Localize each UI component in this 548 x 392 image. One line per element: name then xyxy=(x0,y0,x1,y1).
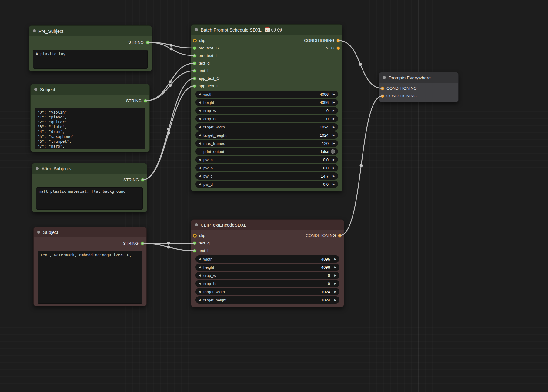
decrement-arrow-icon[interactable]: ◀ xyxy=(199,257,203,261)
widget-width[interactable]: ◀ width 4096 ▶ xyxy=(195,255,339,263)
conditioning-port-dot[interactable] xyxy=(337,39,340,42)
decrement-arrow-icon[interactable]: ◀ xyxy=(199,93,203,96)
node-after-subjects[interactable]: After_Subjects STRING matt plastic mater… xyxy=(32,163,147,212)
widget-target-width[interactable]: ◀ target_width 1024 ▶ xyxy=(195,288,339,295)
decrement-arrow-icon[interactable]: ◀ xyxy=(199,298,203,301)
decrement-arrow-icon[interactable]: ◀ xyxy=(199,166,203,169)
decrement-arrow-icon[interactable]: ◀ xyxy=(199,134,203,137)
increment-arrow-icon[interactable]: ▶ xyxy=(330,125,335,128)
decrement-arrow-icon[interactable]: ◀ xyxy=(199,117,203,120)
increment-arrow-icon[interactable]: ▶ xyxy=(330,93,335,96)
widget-crop-h[interactable]: ◀ crop_h 0 ▶ xyxy=(195,115,338,122)
collapse-dot-icon[interactable] xyxy=(195,223,198,226)
increment-arrow-icon[interactable]: ▶ xyxy=(332,274,336,277)
decrement-arrow-icon[interactable]: ◀ xyxy=(199,125,203,128)
node-title-bar[interactable]: Subject xyxy=(31,84,149,95)
node-title-bar[interactable]: Batch Prompt Schedule SDXL 17 F N xyxy=(191,25,342,35)
neg-port-dot[interactable] xyxy=(337,47,340,50)
string-port-dot[interactable] xyxy=(193,249,196,252)
decrement-arrow-icon[interactable]: ◀ xyxy=(199,183,203,186)
node-title-bar[interactable]: Subject xyxy=(34,227,146,237)
string-port-dot[interactable] xyxy=(144,99,147,102)
collapse-dot-icon[interactable] xyxy=(37,231,40,234)
widget-height[interactable]: ◀ height 4096 ▶ xyxy=(195,264,339,271)
string-port-dot[interactable] xyxy=(193,69,196,72)
input-port-text-l: text_l xyxy=(191,247,344,254)
increment-arrow-icon[interactable]: ▶ xyxy=(330,109,335,112)
node-negative-subject[interactable]: Subject STRING text, watermark, embeddin… xyxy=(33,227,147,306)
widget-max-frames[interactable]: ◀ max_frames 120 ▶ xyxy=(195,140,338,147)
node-subject-list[interactable]: Subject STRING "0": "violin", "1": "pian… xyxy=(30,84,150,152)
increment-arrow-icon[interactable]: ▶ xyxy=(330,117,335,120)
conditioning-port-dot[interactable] xyxy=(381,95,384,98)
increment-arrow-icon[interactable]: ▶ xyxy=(330,183,335,186)
increment-arrow-icon[interactable]: ▶ xyxy=(330,134,335,137)
widget-value: 0 xyxy=(326,117,330,121)
text-widget[interactable]: "0": "violin", "1": "piano", "2": "guita… xyxy=(35,108,145,149)
decrement-arrow-icon[interactable]: ◀ xyxy=(199,266,203,269)
widget-crop-w[interactable]: ◀ crop_w 0 ▶ xyxy=(195,107,338,114)
decrement-arrow-icon[interactable]: ◀ xyxy=(199,158,203,161)
node-title-bar[interactable]: After_Subjects xyxy=(32,163,147,174)
string-port-dot[interactable] xyxy=(193,242,196,245)
increment-arrow-icon[interactable]: ▶ xyxy=(332,298,336,301)
increment-arrow-icon[interactable]: ▶ xyxy=(332,257,336,261)
increment-arrow-icon[interactable]: ▶ xyxy=(330,166,335,169)
collapse-dot-icon[interactable] xyxy=(36,167,39,170)
node-clip-text-encode-sdxl[interactable]: CLIPTextEncodeSDXL clip text_g text_l CO… xyxy=(191,219,344,307)
string-port-dot[interactable] xyxy=(141,242,144,245)
text-widget[interactable]: text, watermark, embedding:negativeXL_D, xyxy=(38,251,142,304)
string-port-dot[interactable] xyxy=(193,62,196,65)
toggle-knob[interactable] xyxy=(331,149,335,154)
widget-target-height[interactable]: ◀ target_height 1024 ▶ xyxy=(195,296,339,304)
widget-print-output[interactable]: print_output false xyxy=(195,148,338,155)
increment-arrow-icon[interactable]: ▶ xyxy=(332,290,336,293)
collapse-dot-icon[interactable] xyxy=(195,28,198,31)
increment-arrow-icon[interactable]: ▶ xyxy=(330,142,335,145)
conditioning-port-dot[interactable] xyxy=(338,234,341,237)
string-port-dot[interactable] xyxy=(146,41,149,44)
collapse-dot-icon[interactable] xyxy=(34,88,37,91)
string-port-dot[interactable] xyxy=(141,178,144,181)
decrement-arrow-icon[interactable]: ◀ xyxy=(199,142,203,145)
increment-arrow-icon[interactable]: ▶ xyxy=(332,266,336,269)
node-prompts-everywhere[interactable]: Prompts Everywhere CONDITIONING CONDITIO… xyxy=(379,72,459,102)
increment-arrow-icon[interactable]: ▶ xyxy=(330,174,335,178)
increment-arrow-icon[interactable]: ▶ xyxy=(330,158,335,161)
string-port-dot[interactable] xyxy=(193,85,196,88)
decrement-arrow-icon[interactable]: ◀ xyxy=(199,282,203,285)
decrement-arrow-icon[interactable]: ◀ xyxy=(199,274,203,277)
decrement-arrow-icon[interactable]: ◀ xyxy=(199,290,203,293)
decrement-arrow-icon[interactable]: ◀ xyxy=(199,109,203,112)
widget-height[interactable]: ◀ height 4096 ▶ xyxy=(195,99,338,106)
node-batch-prompt-schedule[interactable]: Batch Prompt Schedule SDXL 17 F N clip p… xyxy=(191,24,343,191)
increment-arrow-icon[interactable]: ▶ xyxy=(330,101,335,104)
widget-label: width xyxy=(203,257,212,261)
widget-pw-b[interactable]: ◀ pw_b 0.0 ▶ xyxy=(195,164,338,171)
conditioning-port-dot[interactable] xyxy=(381,87,384,90)
string-port-dot[interactable] xyxy=(193,54,196,57)
widget-target-height[interactable]: ◀ target_height 1024 ▶ xyxy=(195,131,338,139)
node-title: CLIPTextEncodeSDXL xyxy=(201,222,246,228)
widget-crop-w[interactable]: ◀ crop_w 0 ▶ xyxy=(195,272,339,279)
node-pre-subject[interactable]: Pre_Subject STRING A plastic toy xyxy=(29,25,152,71)
node-title-bar[interactable]: CLIPTextEncodeSDXL xyxy=(191,220,344,230)
decrement-arrow-icon[interactable]: ◀ xyxy=(199,101,203,104)
widget-pw-d[interactable]: ◀ pw_d 0.0 ▶ xyxy=(195,181,338,188)
widget-width[interactable]: ◀ width 4096 ▶ xyxy=(195,91,338,98)
text-widget[interactable]: matt plastic material, flat background xyxy=(36,187,143,210)
widget-value: 0.0 xyxy=(323,166,330,170)
collapse-dot-icon[interactable] xyxy=(33,29,36,32)
increment-arrow-icon[interactable]: ▶ xyxy=(332,282,336,285)
collapse-dot-icon[interactable] xyxy=(383,76,386,79)
string-port-dot[interactable] xyxy=(193,77,196,80)
widget-value: false xyxy=(321,149,331,154)
widget-pw-a[interactable]: ◀ pw_a 0.0 ▶ xyxy=(195,156,338,163)
widget-target-width[interactable]: ◀ target_width 1024 ▶ xyxy=(195,123,338,131)
widget-pw-c[interactable]: ◀ pw_c 14.7 ▶ xyxy=(195,172,338,180)
node-title-bar[interactable]: Prompts Everywhere xyxy=(379,72,458,83)
node-title-bar[interactable]: Pre_Subject xyxy=(29,26,152,36)
widget-crop-h[interactable]: ◀ crop_h 0 ▶ xyxy=(195,280,339,287)
text-widget[interactable]: A plastic toy xyxy=(33,50,148,69)
decrement-arrow-icon[interactable]: ◀ xyxy=(199,174,203,178)
